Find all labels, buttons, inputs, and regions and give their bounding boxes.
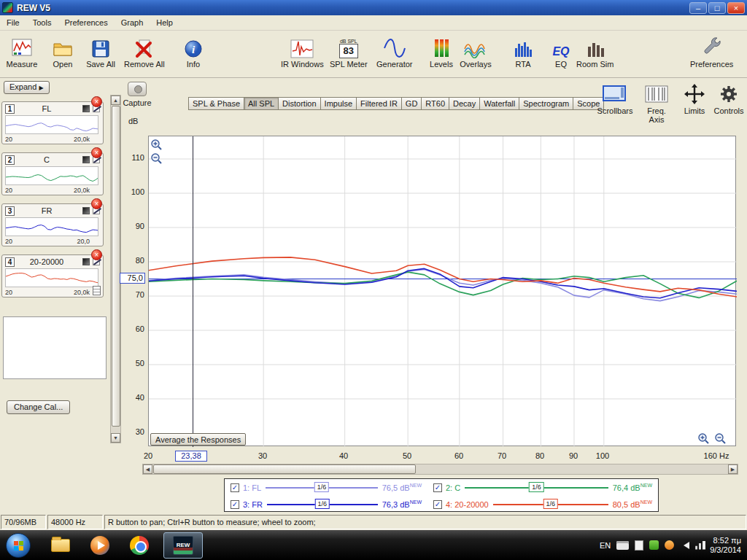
- tab-filtered-ir[interactable]: Filtered IR: [357, 97, 402, 110]
- scroll-down-icon[interactable]: ▼: [111, 433, 120, 443]
- zoom-out-y-icon[interactable]: [150, 152, 163, 165]
- eq-button[interactable]: EQ EQ: [545, 34, 577, 69]
- tab-distortion[interactable]: Distortion: [279, 97, 320, 110]
- tray-app-icon[interactable]: [635, 540, 643, 551]
- zoom-in-y-icon[interactable]: [150, 139, 163, 151]
- trace-checkbox[interactable]: ✓: [433, 483, 442, 492]
- average-responses-button[interactable]: Average the Responses: [150, 433, 246, 446]
- close-button[interactable]: ×: [727, 2, 745, 14]
- measure-button[interactable]: Measure: [6, 34, 38, 69]
- tab-all-spl[interactable]: All SPL: [244, 97, 279, 110]
- remove-measurement-icon[interactable]: ×: [91, 147, 102, 158]
- menu-file[interactable]: File: [0, 16, 26, 29]
- tab-gd[interactable]: GD: [402, 97, 422, 110]
- trace-checkbox[interactable]: ✓: [231, 483, 239, 492]
- rta-button[interactable]: RTA: [507, 34, 539, 69]
- taskbar-media-player-button[interactable]: [85, 533, 115, 558]
- legend-item-sweep[interactable]: ✓ 4: 20-20000 1/6 80,5 dBNEW: [427, 496, 658, 513]
- x-tick: 100: [588, 451, 617, 460]
- overlays-button[interactable]: Overlays: [460, 34, 492, 69]
- taskbar-chrome-button[interactable]: [125, 533, 154, 558]
- preferences-button[interactable]: Preferences: [690, 34, 733, 69]
- change-cal-button[interactable]: Change Cal...: [7, 400, 70, 414]
- system-tray: EN 8:52 πμ 9/3/2014: [600, 536, 747, 555]
- menu-graph[interactable]: Graph: [115, 16, 150, 29]
- levels-button[interactable]: Levels: [425, 34, 457, 69]
- start-button[interactable]: [6, 533, 31, 558]
- x-tick: 70: [487, 451, 516, 460]
- remove-measurement-icon[interactable]: ×: [91, 198, 102, 209]
- notes-icon[interactable]: [93, 286, 101, 295]
- info-button[interactable]: i Info: [177, 34, 209, 69]
- color-swatch-icon[interactable]: [82, 105, 90, 112]
- measurement-number: 2: [5, 155, 15, 165]
- limits-button[interactable]: Limits: [678, 83, 711, 115]
- tab-impulse[interactable]: Impulse: [321, 97, 357, 110]
- legend-item-fr[interactable]: ✓ 3: FR 1/6 76,3 dBNEW: [225, 496, 427, 513]
- spl-meter-button[interactable]: dB SPL 83 SPL Meter: [330, 34, 368, 69]
- menu-tools[interactable]: Tools: [26, 16, 58, 29]
- keyboard-icon[interactable]: [616, 541, 629, 550]
- tab-waterfall[interactable]: Waterfall: [480, 97, 519, 110]
- trace-checkbox[interactable]: ✓: [433, 500, 442, 509]
- tab-spl-phase[interactable]: SPL & Phase: [188, 97, 244, 110]
- trace-checkbox[interactable]: ✓: [231, 500, 239, 509]
- scrollbar-thumb[interactable]: [153, 464, 416, 474]
- smoothing-button[interactable]: 1/6: [529, 482, 544, 492]
- zoom-out-x-icon[interactable]: [714, 432, 727, 445]
- scroll-up-icon[interactable]: ▲: [111, 96, 120, 105]
- scrollbars-button[interactable]: Scrollbars: [595, 83, 635, 115]
- taskbar-clock[interactable]: 8:52 πμ 9/3/2014: [710, 536, 741, 555]
- scrollbar-thumb[interactable]: [112, 106, 120, 427]
- controls-button[interactable]: Controls: [712, 83, 746, 115]
- color-swatch-icon[interactable]: [82, 156, 90, 163]
- scroll-right-icon[interactable]: ▶: [728, 464, 738, 474]
- expand-button[interactable]: Expand ▶: [4, 81, 50, 94]
- zoom-in-x-icon[interactable]: [697, 432, 710, 445]
- legend-item-c[interactable]: ✓ 2: C 1/6 76,4 dBNEW: [427, 479, 658, 496]
- measurement-name: FL: [17, 104, 77, 113]
- smoothing-button[interactable]: 1/6: [314, 482, 330, 492]
- tab-spectrogram[interactable]: Spectrogram: [519, 97, 573, 110]
- minimize-button[interactable]: –: [689, 2, 707, 14]
- language-indicator[interactable]: EN: [600, 541, 611, 550]
- save-all-button[interactable]: Save All: [85, 34, 117, 69]
- menu-preferences[interactable]: Preferences: [58, 16, 114, 29]
- taskbar-explorer-button[interactable]: [46, 533, 75, 558]
- remove-measurement-icon[interactable]: ×: [91, 249, 102, 260]
- measurement-item-1[interactable]: × 1 FL 20 20,0k: [1, 96, 109, 144]
- measurement-item-2[interactable]: × 2 C 20 20,0k: [1, 147, 109, 195]
- trace-label: 4: 20-20000: [446, 500, 489, 509]
- measurement-number: 1: [5, 104, 15, 114]
- room-sim-button[interactable]: Room Sim: [576, 34, 614, 69]
- measurement-item-3[interactable]: × 3 FR 20 20,0: [1, 198, 109, 246]
- legend-item-fl[interactable]: ✓ 1: FL 1/6 76,5 dBNEW: [225, 479, 427, 496]
- remove-all-button[interactable]: Remove All: [124, 34, 165, 69]
- capture-button[interactable]: Capture: [123, 82, 152, 107]
- graph-h-scrollbar[interactable]: ◀ ▶: [142, 464, 738, 475]
- network-icon[interactable]: [695, 541, 705, 550]
- generator-button[interactable]: Generator: [376, 34, 413, 69]
- freq-axis-button[interactable]: Freq. Axis: [639, 83, 674, 124]
- tab-rt60[interactable]: RT60: [422, 97, 449, 110]
- volume-icon[interactable]: [680, 542, 689, 549]
- info-icon: i: [177, 34, 209, 58]
- maximize-button[interactable]: □: [708, 2, 726, 14]
- tab-decay[interactable]: Decay: [449, 97, 480, 110]
- smoothing-button[interactable]: 1/6: [315, 499, 330, 509]
- remove-measurement-icon[interactable]: ×: [91, 96, 102, 107]
- measurement-item-4[interactable]: × 4 20-20000 20 20,0k: [1, 249, 109, 298]
- menu-help[interactable]: Help: [150, 16, 179, 29]
- sidebar-scrollbar[interactable]: ▲ ▼: [110, 95, 121, 443]
- smoothing-button[interactable]: 1/6: [543, 499, 558, 509]
- target-level-readout[interactable]: 75,0: [120, 273, 145, 284]
- tray-status-icon[interactable]: [649, 540, 659, 550]
- open-button[interactable]: Open: [47, 34, 79, 69]
- spl-graph[interactable]: [148, 136, 736, 446]
- ir-windows-button[interactable]: IR Windows: [281, 34, 324, 69]
- color-swatch-icon[interactable]: [82, 258, 90, 265]
- scroll-left-icon[interactable]: ◀: [143, 464, 152, 474]
- color-swatch-icon[interactable]: [82, 207, 90, 214]
- taskbar-rew-button[interactable]: REW: [163, 532, 203, 559]
- tray-update-icon[interactable]: [665, 540, 674, 550]
